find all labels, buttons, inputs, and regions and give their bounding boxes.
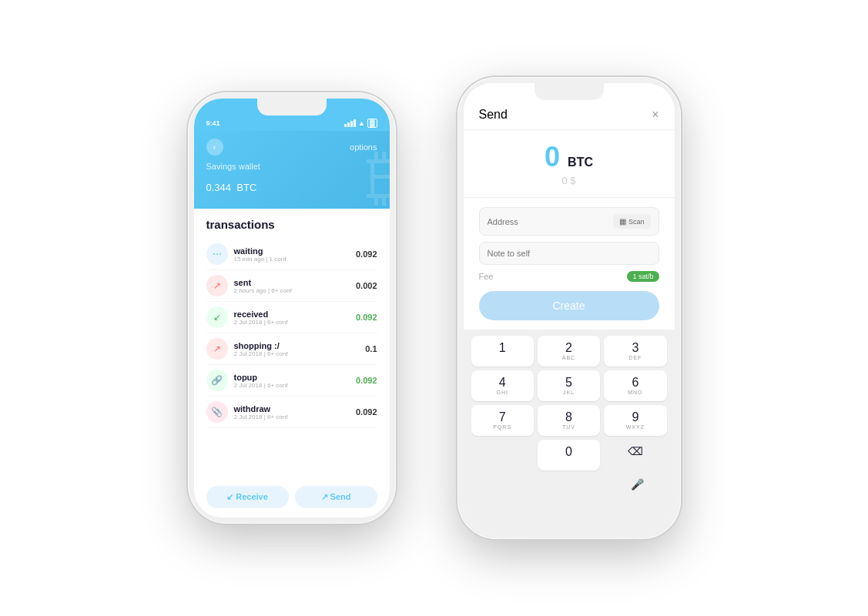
form-section: ▦ Scan Fee 1 sat/b Create [464,198,675,330]
transactions-section: transactions ⋯ waiting 15 min ago | 1 co… [194,209,390,480]
numpad-key-8[interactable]: 8TUV [538,405,600,436]
tx-amount-received: 0.092 [356,313,377,322]
signal-bar-4 [354,119,356,127]
scene: 9:41 ▲ ▓ ‹ [0,0,868,616]
numpad-key-1[interactable]: 1 [471,336,534,367]
left-phone-screen: 9:41 ▲ ▓ ‹ [194,99,390,517]
table-row[interactable]: 🔗 topup 2 Jul 2018 | 6+ conf 0.092 [206,365,377,397]
table-row[interactable]: ↗ sent 2 hours ago | 6+ conf 0.002 [206,270,377,302]
wallet-header: ‹ options ₿ Savings wallet 0.344 BTC [194,131,390,209]
table-row[interactable]: ⋯ waiting 15 min ago | 1 conf 0.092 [206,239,377,270]
table-row[interactable]: ↙ received 2 Jul 2018 | 6+ conf 0.092 [206,302,377,333]
signal-bar-2 [347,122,350,127]
tx-amount-waiting: 0.092 [356,249,377,259]
numpad: 1 2ABC 3DEF 4GHI 5JKL [464,330,675,533]
status-icons: ▲ ▓ [344,119,377,128]
mic-button[interactable]: 🎤 [615,475,661,494]
scan-button[interactable]: ▦ Scan [613,214,651,229]
tx-amount-topup: 0.092 [356,376,377,385]
tx-info-shopping: shopping :/ 2 Jul 2018 | 6+ conf [234,341,366,357]
address-input[interactable] [488,217,613,226]
tx-icon-shopping: ↗ [206,338,228,360]
numpad-key-4[interactable]: 4GHI [471,370,534,401]
fee-row: Fee 1 sat/b [479,271,659,282]
numpad-key-5[interactable]: 5JKL [538,370,600,401]
numpad-key-7[interactable]: 7PQRS [471,405,534,436]
time: 9:41 [206,119,220,127]
numpad-key-9[interactable]: 9WXYZ [604,405,666,436]
note-input[interactable] [479,242,659,265]
tx-info-waiting: waiting 15 min ago | 1 conf [234,246,356,263]
signal-bar-1 [344,124,347,127]
numpad-key-6[interactable]: 6MNO [604,370,666,401]
create-button[interactable]: Create [479,291,659,320]
back-button[interactable]: ‹ [206,139,223,156]
notch-right [535,83,604,100]
transactions-title: transactions [206,218,377,231]
tx-info-sent: sent 2 hours ago | 6+ conf [234,278,356,294]
receive-button[interactable]: ↙ Receive [206,486,289,508]
amount-section: 0 BTC 0 $ [464,130,675,198]
tx-icon-withdraw: 📎 [206,401,228,423]
tx-icon-topup: 🔗 [206,370,228,391]
amount-btc: 0 BTC [479,141,659,173]
battery-icon: ▓ [367,119,377,128]
address-row: ▦ Scan [479,207,659,236]
tx-icon-received: ↙ [206,306,228,328]
options-label[interactable]: options [350,142,377,152]
tx-info-withdraw: withdraw 2 Jul 2018 | 6+ conf [234,404,356,420]
qr-icon: ▦ [619,217,626,226]
notch-left [257,99,327,116]
right-phone-screen: Send × 0 BTC 0 $ ▦ [464,83,675,533]
tx-info-topup: topup 2 Jul 2018 | 6+ conf [234,373,356,389]
tx-info-received: received 2 Jul 2018 | 6+ conf [234,310,356,326]
wallet-balance: 0.344 BTC [206,172,377,196]
wifi-icon: ▲ [358,119,365,127]
tx-amount-sent: 0.002 [356,281,377,290]
numpad-backspace[interactable]: ⌫ [604,440,666,470]
close-button[interactable]: × [652,108,659,122]
send-button[interactable]: ↗ Send [295,486,377,508]
wallet-name: Savings wallet [206,162,377,171]
fee-value: 1 sat/b [627,271,659,282]
table-row[interactable]: ↗ shopping :/ 2 Jul 2018 | 6+ conf 0.1 [206,333,377,365]
numpad-key-2[interactable]: 2ABC [538,336,600,367]
tx-amount-shopping: 0.1 [365,344,377,353]
table-row[interactable]: 📎 withdraw 2 Jul 2018 | 6+ conf 0.092 [206,397,377,428]
numpad-key-3[interactable]: 3DEF [604,336,666,367]
tx-amount-withdraw: 0.092 [356,407,377,417]
numpad-key-0[interactable]: 0 [538,440,600,470]
signal-bar-3 [350,121,353,127]
bottom-bar: ↙ Receive ↗ Send [194,480,390,517]
send-title: Send [479,108,508,122]
tx-icon-sent: ↗ [206,275,228,296]
numpad-empty [471,440,534,470]
tx-icon-waiting: ⋯ [206,243,228,265]
right-phone: Send × 0 BTC 0 $ ▦ [457,77,681,539]
left-phone: 9:41 ▲ ▓ ‹ [188,92,396,524]
fee-label: Fee [479,272,494,281]
amount-usd: 0 $ [479,175,659,186]
